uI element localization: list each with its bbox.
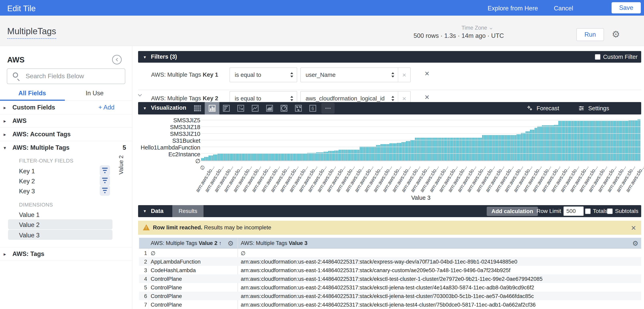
bar[interactable]: [358, 150, 359, 160]
filter-operator-select[interactable]: is equal to: [230, 91, 297, 102]
bar[interactable]: [425, 138, 426, 160]
bar[interactable]: [551, 125, 552, 160]
bar[interactable]: [279, 154, 280, 160]
bar[interactable]: [514, 135, 515, 160]
bar[interactable]: [355, 150, 356, 160]
bar[interactable]: [431, 138, 432, 160]
bar[interactable]: [292, 154, 294, 160]
data-section-bar[interactable]: ▾ Data Results Add calculation Row Limit…: [138, 205, 641, 217]
bar[interactable]: [273, 154, 274, 160]
bar[interactable]: [310, 153, 312, 160]
bar[interactable]: [422, 138, 424, 160]
bar[interactable]: [404, 142, 406, 160]
filter-by-field-icon[interactable]: [100, 185, 110, 196]
bar[interactable]: [294, 154, 295, 160]
bar[interactable]: [228, 154, 229, 160]
bar[interactable]: [312, 153, 313, 160]
bar[interactable]: [428, 138, 430, 160]
bar[interactable]: [331, 151, 332, 160]
bar[interactable]: [246, 154, 247, 160]
bar[interactable]: [400, 143, 401, 160]
visualization-section-bar[interactable]: ▾ Visualization 6: [138, 102, 641, 114]
bar[interactable]: [252, 154, 253, 160]
table-row[interactable]: 7ControlPlanearn:aws:cloudformation:us-e…: [139, 300, 641, 309]
bar[interactable]: [452, 138, 454, 160]
add-custom-field-button[interactable]: + Add: [98, 104, 114, 111]
filter-value-select[interactable]: aws_cloudformation_logical_id×: [300, 91, 411, 102]
bar[interactable]: [270, 154, 271, 160]
bar[interactable]: [313, 153, 314, 160]
bar[interactable]: [549, 125, 550, 160]
bar[interactable]: [449, 138, 450, 160]
bar[interactable]: [204, 157, 205, 160]
bar[interactable]: [243, 154, 244, 160]
bar[interactable]: [451, 138, 452, 160]
bar[interactable]: [253, 154, 254, 160]
bar[interactable]: [232, 154, 234, 160]
bar[interactable]: [220, 154, 222, 160]
bar[interactable]: [288, 154, 289, 160]
run-button[interactable]: Run: [576, 28, 604, 41]
bar[interactable]: [280, 154, 282, 160]
bar[interactable]: [226, 154, 228, 160]
bar[interactable]: [296, 154, 296, 160]
bar[interactable]: [210, 156, 211, 160]
bar[interactable]: [267, 154, 268, 160]
bar[interactable]: [532, 130, 533, 160]
table-row[interactable]: 3CodeHashLambdaarn:aws:cloudformation:us…: [139, 266, 641, 274]
bar[interactable]: [537, 126, 538, 160]
bar[interactable]: [488, 135, 489, 160]
bar[interactable]: [460, 138, 461, 160]
bar[interactable]: [214, 154, 216, 160]
bar[interactable]: [238, 154, 240, 160]
filters-section-bar[interactable]: ▾ Filters (3) Custom Filter: [138, 51, 641, 63]
bar[interactable]: [240, 154, 241, 160]
bar[interactable]: [334, 150, 336, 160]
bar[interactable]: [398, 143, 400, 160]
bar[interactable]: [206, 157, 207, 160]
bar[interactable]: [274, 154, 276, 160]
bar[interactable]: [520, 134, 521, 160]
row-limit-input[interactable]: [564, 206, 584, 216]
bar[interactable]: [536, 128, 537, 160]
bar[interactable]: [262, 154, 264, 160]
bar[interactable]: [410, 140, 412, 160]
viz-type-scatter-icon[interactable]: [234, 102, 247, 114]
bar[interactable]: [510, 135, 512, 160]
sidebar-section-aws-tags[interactable]: ▸ AWS: Tags: [0, 247, 132, 261]
custom-filter-checkbox[interactable]: [595, 54, 600, 60]
bar[interactable]: [494, 135, 495, 160]
filter-operator-select[interactable]: is equal to: [230, 68, 297, 82]
bar[interactable]: [301, 154, 302, 160]
bar[interactable]: [485, 135, 486, 160]
bar[interactable]: [336, 150, 337, 160]
bar[interactable]: [277, 154, 278, 160]
bar[interactable]: [527, 131, 528, 160]
bar[interactable]: [348, 150, 349, 160]
bar[interactable]: [424, 138, 425, 160]
bar[interactable]: [394, 143, 395, 160]
filter-by-field-icon[interactable]: [100, 165, 110, 176]
bar[interactable]: [542, 125, 543, 160]
query-title[interactable]: MultipleTags: [7, 26, 56, 39]
bar[interactable]: [454, 138, 455, 160]
bar[interactable]: [479, 138, 480, 160]
bar[interactable]: [397, 143, 398, 160]
bar[interactable]: [202, 158, 204, 160]
sidebar-section-aws[interactable]: ▸ AWS: [0, 114, 132, 128]
bar[interactable]: [300, 154, 301, 160]
bar[interactable]: [249, 154, 250, 160]
field-key-3[interactable]: Key 3: [19, 188, 35, 195]
bar[interactable]: [433, 138, 434, 160]
bar[interactable]: [508, 135, 509, 160]
bar[interactable]: [326, 152, 328, 160]
chevron-down-icon[interactable]: [138, 93, 141, 97]
bar[interactable]: [324, 152, 325, 160]
bar[interactable]: [516, 134, 518, 160]
bar[interactable]: [476, 138, 477, 160]
bar[interactable]: [396, 143, 397, 160]
bar[interactable]: [250, 154, 252, 160]
bar[interactable]: [315, 153, 316, 160]
explore-from-here-button[interactable]: Explore from Here: [488, 5, 538, 12]
bar[interactable]: [478, 138, 479, 160]
